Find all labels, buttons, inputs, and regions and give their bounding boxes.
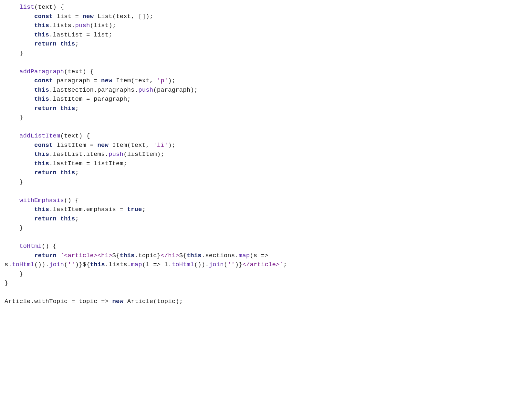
code-token: this	[187, 252, 202, 259]
code-token: this	[60, 40, 75, 47]
code-token: =	[83, 31, 94, 38]
code-token: text	[131, 142, 146, 149]
code-token: withEmphasis	[19, 197, 64, 204]
code-token: }	[5, 178, 23, 186]
code-token: ${	[83, 261, 90, 268]
code-token: ''	[227, 261, 235, 268]
code-token	[5, 4, 19, 11]
code-token: (	[142, 261, 146, 268]
code-token: .	[83, 151, 87, 158]
code-token: (	[90, 22, 94, 29]
code-token: ,	[150, 77, 157, 84]
code-token	[5, 160, 34, 167]
code-token: lastSection	[53, 86, 94, 94]
code-token: ;	[127, 96, 131, 103]
code-token	[5, 105, 34, 112]
code-token: text	[64, 132, 79, 139]
code-token: .	[105, 151, 109, 158]
code-token: paragraphs	[98, 86, 135, 94]
code-token: text	[68, 68, 83, 75]
code-token: (	[153, 86, 157, 94]
code-token: return	[34, 252, 57, 259]
code-token: ) {	[79, 132, 90, 139]
code-token: }	[5, 270, 23, 278]
code-token: )}	[75, 261, 83, 268]
code-token: this	[34, 31, 49, 38]
code-token	[5, 86, 34, 94]
code-token: 'p'	[157, 77, 168, 84]
code-token: .	[202, 252, 205, 259]
code-token: .	[49, 96, 53, 103]
code-token: ;	[75, 215, 79, 222]
code-token: </article>`	[242, 261, 283, 268]
code-token: map	[239, 252, 250, 259]
code-line: this.lastSection.paragraphs.push(paragra…	[5, 86, 527, 95]
code-token: ()).	[34, 261, 49, 268]
code-token: this	[60, 169, 75, 176]
code-token: ${	[112, 252, 120, 259]
code-line: this.lastItem = listItem;	[5, 159, 527, 168]
code-token: true	[127, 206, 142, 213]
code-line: addListItem(text) {	[5, 131, 527, 141]
code-token: lists	[109, 261, 127, 268]
code-token: Item	[112, 142, 127, 149]
code-token: paragraph	[57, 77, 90, 84]
code-token: listItem	[94, 160, 123, 167]
code-token: lastList	[53, 31, 83, 38]
code-token: .	[49, 160, 53, 167]
code-token: topic	[138, 252, 157, 259]
code-line: this.lastItem.emphasis = true;	[5, 205, 527, 214]
code-token: topic	[157, 298, 176, 305]
code-token: =	[83, 160, 94, 167]
code-line: return this;	[5, 168, 527, 177]
code-token: (	[250, 252, 254, 259]
code-token: List	[98, 13, 112, 20]
code-token: sections	[205, 252, 235, 259]
code-token: push	[138, 86, 153, 94]
code-token: );	[109, 22, 116, 29]
code-token: .	[49, 151, 53, 158]
code-token: lastItem	[53, 160, 83, 167]
code-line: this.lastList = list;	[5, 30, 527, 40]
code-token: this	[34, 206, 49, 213]
code-token	[5, 215, 34, 222]
code-token: ;	[109, 31, 112, 38]
code-token: );	[168, 77, 175, 84]
code-token: (	[60, 132, 64, 139]
code-token: ''	[68, 261, 75, 268]
code-token	[5, 13, 34, 20]
code-line: s.toHtml()).join('')}${this.lists.map(l …	[5, 260, 527, 269]
code-block[interactable]: list(text) { const list = new List(text,…	[0, 0, 532, 309]
code-token: .	[49, 206, 53, 213]
code-token: );	[157, 151, 164, 158]
code-token: ;	[75, 169, 79, 176]
code-line: const listItem = new Item(text, 'li');	[5, 141, 527, 150]
code-line: const paragraph = new Item(text, 'p');	[5, 76, 527, 86]
code-token: (	[112, 13, 116, 20]
code-token: const	[34, 77, 53, 84]
code-token: }	[157, 252, 161, 259]
code-token: list	[57, 13, 71, 20]
code-token	[53, 13, 57, 20]
code-token	[5, 40, 34, 47]
code-token: =	[68, 298, 79, 305]
code-token: this	[90, 261, 105, 268]
code-token: )}	[235, 261, 242, 268]
code-line: return `<article><h1>${this.topic}</h1>$…	[5, 251, 527, 260]
code-token	[94, 13, 98, 20]
code-token: addParagraph	[19, 68, 64, 75]
code-line: this.lastList.items.push(listItem);	[5, 150, 527, 159]
code-token	[5, 77, 34, 84]
code-token: ) {	[83, 68, 94, 75]
code-token: (	[123, 151, 127, 158]
code-line: addParagraph(text) {	[5, 67, 527, 76]
code-token	[5, 243, 19, 250]
code-token: </h1>	[161, 252, 179, 259]
code-line: withEmphasis() {	[5, 196, 527, 205]
code-token: =	[90, 77, 101, 84]
code-token: list	[94, 22, 109, 29]
code-token: `<article><h1>	[60, 252, 112, 259]
code-line: }	[5, 278, 527, 288]
code-token: s	[254, 252, 257, 259]
code-token: toHtml	[172, 261, 194, 268]
